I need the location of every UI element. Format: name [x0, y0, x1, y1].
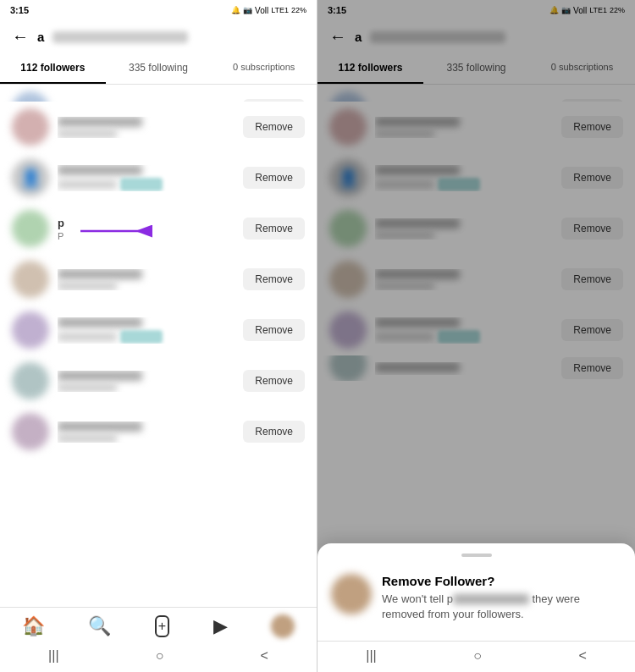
right-header: ← a	[318, 20, 635, 53]
avatar	[12, 413, 49, 450]
sheet-title: Remove Follower?	[382, 574, 621, 588]
avatar	[12, 210, 49, 247]
tab-following-left[interactable]: 335 following	[106, 53, 212, 84]
follower-subname	[58, 282, 117, 290]
tab-followers-left[interactable]: 112 followers	[0, 53, 106, 84]
blurred-username	[453, 594, 529, 604]
follower-badge	[120, 178, 163, 191]
follower-subname	[58, 434, 117, 443]
avatar: 👤	[12, 159, 49, 196]
search-icon[interactable]: 🔍	[88, 615, 111, 637]
follower-name	[375, 362, 460, 372]
recent-apps-icon[interactable]: |||	[31, 645, 75, 667]
follower-name	[375, 317, 460, 328]
table-row: Remove	[318, 203, 635, 254]
remove-button[interactable]: Remove	[561, 99, 623, 102]
remove-button[interactable]: Remove	[561, 319, 623, 341]
follower-name	[58, 117, 142, 127]
follower-subname	[58, 180, 117, 189]
follower-subname	[58, 129, 117, 138]
follower-name	[375, 165, 460, 175]
signal-icon: LTE1	[589, 6, 607, 14]
follower-badge	[438, 178, 480, 191]
tab-subscriptions-right[interactable]: 0 subscriptions	[529, 53, 635, 84]
avatar	[329, 91, 367, 102]
table-row: Remove	[0, 355, 317, 406]
table-row: p P Remove	[0, 203, 317, 254]
camera-icon: 📷	[561, 6, 571, 14]
remove-button[interactable]: Remove	[243, 218, 305, 240]
avatar	[12, 261, 49, 298]
remove-button[interactable]: Remove	[243, 370, 305, 392]
table-row: Remove	[0, 85, 317, 102]
table-row: Remove	[318, 355, 635, 381]
back-system-icon[interactable]: <	[561, 645, 603, 667]
follower-sub-char: P	[58, 231, 235, 241]
left-follower-list: Remove Remove 👤	[0, 85, 317, 607]
avatar	[12, 362, 49, 399]
table-row: Remove	[318, 254, 635, 305]
tab-subscriptions-left[interactable]: 0 subscriptions	[211, 53, 317, 84]
follower-badge	[120, 330, 163, 344]
left-bottom-nav: 🏠 🔍 + ▶	[0, 607, 317, 642]
left-tabs: 112 followers 335 following 0 subscripti…	[0, 53, 317, 85]
remove-button[interactable]: Remove	[243, 167, 305, 189]
table-row: Remove	[0, 102, 317, 152]
avatar	[329, 311, 367, 349]
signal-icon: LTE1	[271, 6, 289, 14]
right-follower-list: Remove Remove 👤	[318, 85, 635, 606]
wifi-icon: Voll	[573, 6, 587, 15]
tab-following-right[interactable]: 335 following	[423, 53, 529, 84]
remove-button[interactable]: Remove	[243, 268, 305, 290]
left-back-button[interactable]: ←	[12, 27, 29, 47]
follower-name	[375, 117, 460, 127]
follower-subname	[375, 282, 434, 290]
remove-button[interactable]: Remove	[561, 167, 623, 189]
remove-button[interactable]: Remove	[561, 218, 623, 240]
remove-button[interactable]: Remove	[243, 421, 305, 443]
avatar	[329, 355, 367, 381]
follower-name	[375, 218, 460, 229]
follower-subname	[375, 231, 434, 240]
home-icon[interactable]: 🏠	[22, 615, 45, 637]
follower-subname	[58, 383, 117, 392]
remove-button[interactable]: Remove	[561, 357, 623, 379]
follower-name	[58, 421, 142, 432]
right-header-title-blur	[370, 31, 505, 43]
table-row: 👤 Remove	[0, 152, 317, 203]
avatar	[12, 311, 49, 349]
profile-icon[interactable]	[271, 614, 295, 638]
follower-name	[58, 371, 142, 381]
left-system-nav: ||| ○ <	[0, 642, 317, 672]
sheet-avatar	[331, 574, 372, 614]
tab-followers-right[interactable]: 112 followers	[318, 53, 423, 84]
left-status-icons: 🔔 📷 Voll LTE1 22%	[231, 6, 306, 15]
remove-button[interactable]: Remove	[561, 116, 623, 138]
table-row: 👤 Remove	[318, 152, 635, 203]
home-system-icon[interactable]: ○	[456, 645, 499, 667]
follower-name	[58, 165, 142, 175]
battery-icon: 22%	[610, 6, 625, 14]
follower-subname	[375, 180, 434, 189]
avatar	[329, 210, 367, 247]
left-status-bar: 3:15 🔔 📷 Voll LTE1 22%	[0, 0, 317, 20]
reels-icon[interactable]: ▶	[213, 615, 228, 637]
right-status-time: 3:15	[328, 5, 346, 15]
add-icon[interactable]: +	[155, 615, 169, 637]
table-row: Remove	[0, 254, 317, 305]
follower-name	[58, 317, 142, 328]
remove-button[interactable]: Remove	[561, 268, 623, 290]
follower-subname	[375, 333, 434, 341]
right-back-button[interactable]: ←	[329, 27, 346, 47]
avatar	[329, 261, 367, 298]
back-system-icon[interactable]: <	[244, 645, 285, 667]
recent-apps-icon[interactable]: |||	[349, 645, 393, 667]
sheet-body: Remove Follower? We won't tell p they we…	[318, 567, 635, 636]
remove-button[interactable]: Remove	[243, 116, 305, 138]
home-system-icon[interactable]: ○	[139, 645, 181, 667]
table-row: Remove	[318, 305, 635, 355]
right-system-nav: ||| ○ <	[318, 641, 635, 672]
table-row: Remove	[0, 406, 317, 457]
remove-button[interactable]: Remove	[243, 99, 305, 102]
remove-button[interactable]: Remove	[243, 319, 305, 341]
